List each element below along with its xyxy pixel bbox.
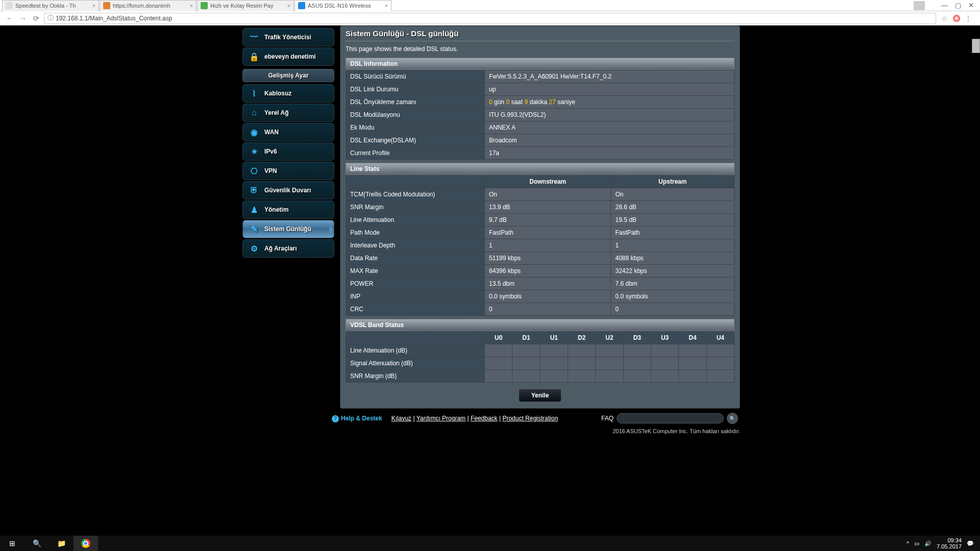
extension-icon[interactable] (953, 15, 960, 22)
favicon-icon (6, 2, 13, 9)
bookmark-icon[interactable]: ☆ (941, 14, 948, 22)
tray-chevron-icon[interactable]: ^ (906, 540, 909, 546)
site-info-icon[interactable]: ⓘ (47, 14, 54, 22)
address-bar[interactable]: ⓘ 192.168.1.1/Main_AdslStatus_Content.as… (44, 13, 936, 24)
help-link[interactable]: ?Help & Destek (332, 415, 382, 422)
table-row: DSL Link Durumuup (346, 83, 734, 96)
help-icon: ? (332, 415, 339, 422)
cell (679, 357, 706, 370)
footer-link[interactable]: Feedback (471, 415, 498, 422)
col-header: D3 (623, 332, 651, 344)
sidebar-item[interactable]: ⚙Ağ Araçları (242, 239, 334, 258)
table-row: Interleave Depth11 (346, 239, 734, 252)
footer-link[interactable]: Yardımcı Program (416, 415, 465, 422)
sidebar-item-active[interactable]: ✎Sistem Günlüğü (242, 220, 334, 238)
dsl-info-table: DSL Sürücü SürümüFwVer:5.5.2.3_A_A60901 … (346, 70, 734, 160)
cell-downstream: FastPath (485, 227, 611, 239)
search-button[interactable]: 🔍 (24, 536, 49, 551)
search-button[interactable]: 🔍 (727, 413, 738, 424)
col-header: Downstream (485, 176, 611, 188)
help-label: Help & Destek (341, 415, 382, 422)
browser-tab-strip: Speedtest by Ookla - Th× https://forum.d… (0, 0, 980, 11)
back-button[interactable]: ← (4, 13, 15, 24)
volume-icon[interactable]: 🔊 (924, 540, 932, 547)
row-label: Current Profile (346, 147, 485, 160)
start-button[interactable]: ⊞ (0, 536, 24, 551)
col-header: U4 (706, 332, 734, 344)
browser-toolbar: ← → ⟳ ⓘ 192.168.1.1/Main_AdslStatus_Cont… (0, 11, 980, 26)
footer-link[interactable]: Kılavuz (391, 415, 411, 422)
row-label: Ek Modu (346, 121, 485, 134)
row-value: Broadcom (485, 134, 734, 147)
tab-close-icon[interactable]: × (92, 3, 95, 9)
table-row: CRC00 (346, 303, 734, 316)
reload-button[interactable]: ⟳ (31, 13, 42, 24)
cell (512, 370, 540, 383)
search-input[interactable] (617, 413, 724, 423)
row-label: SNR Margin (dB) (346, 370, 485, 383)
network-icon[interactable]: ▭ (914, 540, 919, 547)
footer-link[interactable]: Product Registration (502, 415, 558, 422)
user-icon[interactable] (914, 1, 925, 10)
sidebar-item[interactable]: ⌇Kablosuz (242, 84, 334, 103)
system-tray: ^ ▭ 🔊 09:34 7.05.2017 💬 (906, 537, 980, 549)
tab-close-icon[interactable]: × (385, 3, 388, 9)
browser-tab[interactable]: https://forum.donanimh× (100, 0, 197, 11)
sidebar-item[interactable]: 🔒ebeveyn denetimi (242, 47, 334, 66)
tab-label: ASUS DSL-N16 Wireless (308, 3, 383, 9)
time-text: 09:34 (937, 537, 962, 543)
vdsl-band-table: U0D1U1D2U2D3U3D4U4Line Attenuation (dB) … (346, 331, 734, 383)
sidebar-item[interactable]: ✴IPv6 (242, 142, 334, 161)
browser-tab[interactable]: Hızlı ve Kolay Resim Pay× (197, 0, 294, 11)
cell-upstream: 32422 kbps (611, 265, 734, 278)
explorer-button[interactable]: 📁 (49, 536, 74, 551)
row-label: Signal Attenuation (dB) (346, 357, 485, 370)
sidebar-item[interactable]: ⎔VPN (242, 162, 334, 180)
clock[interactable]: 09:34 7.05.2017 (937, 537, 962, 549)
maximize-icon[interactable]: ▢ (955, 2, 961, 9)
tab-close-icon[interactable]: × (190, 3, 193, 9)
nav-label: IPv6 (264, 148, 277, 155)
cell-upstream: 0.0 symbols (611, 290, 734, 303)
footer: ?Help & Destek Kılavuz | Yardımcı Progra… (240, 409, 740, 426)
row-label: Interleave Depth (346, 239, 485, 252)
row-label: Line Attenuation (dB) (346, 344, 485, 357)
col-header: U2 (596, 332, 623, 344)
chrome-button[interactable] (74, 536, 98, 551)
sidebar-item[interactable]: ⌂Yerel Ağ (242, 104, 334, 122)
close-icon[interactable]: ✕ (968, 2, 974, 9)
tab-label: Hızlı ve Kolay Resim Pay (210, 3, 285, 9)
notifications-icon[interactable]: 💬 (967, 540, 974, 547)
sidebar-item[interactable]: ♟Yönetim (242, 201, 334, 219)
cell-downstream: 13.9 dB (485, 201, 611, 214)
cell (512, 357, 540, 370)
sidebar-item[interactable]: ◉WAN (242, 123, 334, 141)
row-label: DSL Modülasyonu (346, 109, 485, 121)
scrollbar-thumb[interactable] (972, 39, 980, 53)
cell (596, 357, 623, 370)
row-label: DSL Link Durumu (346, 83, 485, 96)
row-label: CRC (346, 303, 485, 316)
cell-upstream: FastPath (611, 227, 734, 239)
minimize-icon[interactable]: — (941, 2, 948, 9)
refresh-button[interactable]: Yenile (519, 389, 562, 402)
nav-icon: ✎ (248, 223, 260, 235)
favicon-icon (201, 2, 208, 9)
cell (623, 357, 651, 370)
sidebar-item[interactable]: 〰Trafik Yöneticisi (242, 28, 334, 46)
main-content: Sistem Günlüğü - DSL günlüğü This page s… (340, 26, 740, 409)
nav-icon: ♟ (248, 204, 260, 216)
browser-tab-active[interactable]: ASUS DSL-N16 Wireless× (295, 0, 391, 11)
favicon-icon (103, 2, 110, 9)
cell (540, 357, 568, 370)
tab-close-icon[interactable]: × (287, 3, 290, 9)
menu-icon[interactable]: ⋮ (965, 15, 971, 22)
cell-upstream: 19.5 dB (611, 214, 734, 227)
row-value: 0 gün 0 saat 9 dakika 27 saniye (485, 96, 734, 109)
forward-button[interactable]: → (17, 13, 29, 24)
row-label: SNR Margin (346, 201, 485, 214)
sidebar-item[interactable]: ⛨Güvenlik Duvarı (242, 181, 334, 199)
dsl-info-header: DSL Information (346, 58, 734, 70)
browser-tab[interactable]: Speedtest by Ookla - Th× (2, 0, 99, 11)
table-row: Path ModeFastPathFastPath (346, 227, 734, 239)
